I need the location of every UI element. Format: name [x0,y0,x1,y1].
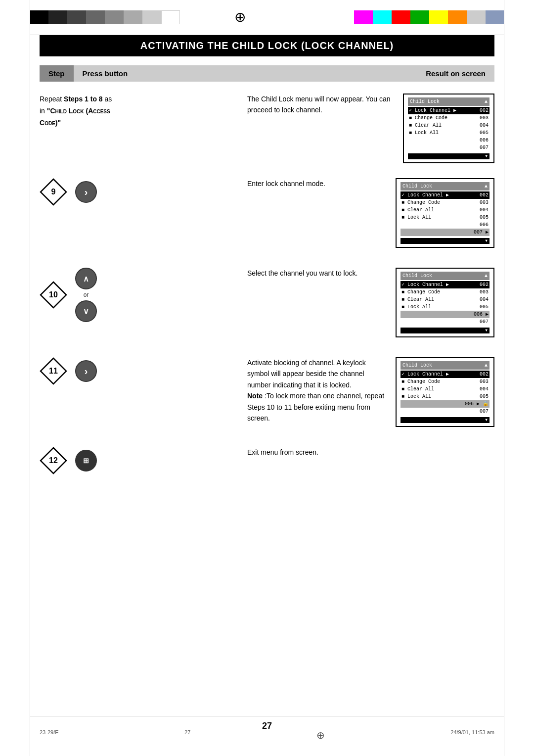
step-12-button[interactable]: ⊞ [75,450,97,472]
step-12-left: 12 ⊞ [40,447,247,474]
right-border-line [504,0,504,756]
step-10-row: 10 ∧ or ∨ Select the channel you want to… [40,268,494,337]
step-10-diamond: 10 [40,281,67,309]
swatch-dark3 [86,10,105,24]
menu-bottom-intro: ▼ [408,153,490,159]
step-9-screen: Child Lock▲ ✓ Lock Channel ▶002 ■ Change… [396,178,494,248]
footer-info: 23-29/E 27 ⊕ 24/9/01, 11:53 am [40,729,494,741]
step-11-row-lockall: ■ Lock All005 [400,393,490,400]
step-11-row: 11 › Activate blocking of channel. A key… [40,357,494,427]
header-result-on-screen: Result on screen [417,65,494,82]
step-11-button[interactable]: › [75,360,97,382]
step-9-row-clear: ■ Clear All004 [400,206,490,214]
step-10-row-006: 006 ▶ [400,311,490,318]
swatch-gray2 [124,10,142,24]
step-10-up-button[interactable]: ∧ [75,268,97,289]
step-9-button[interactable]: › [75,181,97,203]
intro-description: The Child Lock menu will now appear. You… [247,94,403,116]
step-11-row-clear: ■ Clear All004 [400,385,490,393]
step-9-diamond: 9 [40,178,67,206]
step-10-or-label: or [84,291,89,298]
step-11-row-change: ■ Change Code003 [400,378,490,385]
header-row: Step Press button Result on screen [40,65,494,82]
header-step: Step [40,65,74,82]
page-title: Activating the Child Lock (Lock Channel) [40,35,494,56]
step-10-row-lockall: ■ Lock All005 [400,303,490,311]
step-10-row-change: ■ Change Code003 [400,288,490,296]
step-9-row-006: 006 [400,221,490,229]
intro-screen: Child Lock▲ ✓ Lock Channel ▶002 ■ Change… [403,94,494,163]
swatch-gray1 [105,10,124,24]
step-10-tv: Child Lock▲ ✓ Lock Channel ▶002 ■ Change… [396,268,494,337]
intro-left-text: Repeat Steps 1 to 8 as in "Child Lock (A… [40,94,247,129]
step-10-bottom: ▼ [400,328,490,333]
intro-bold1: Steps 1 to 8 [64,95,103,103]
menu-row-007: 007 [408,144,490,151]
step-11-tv: Child Lock▲ ✓ Lock Channel ▶002 ■ Change… [396,357,494,427]
step-10-row-lock: ✓ Lock Channel ▶002 [400,281,490,288]
swatch-blue [486,10,504,24]
step-9-row-007: 007 ▶ [400,229,490,236]
top-border-line [30,35,504,35]
step-9-row-change: ■ Change Code003 [400,199,490,206]
swatch-yellow [429,10,448,24]
swatch-white [161,10,180,24]
menu-row-lock-channel: ✓ Lock Channel ▶002 [408,107,490,114]
step-11-row-007: 007 [400,408,490,415]
footer-right: 24/9/01, 11:53 am [450,729,494,741]
step-9-tv: Child Lock▲ ✓ Lock Channel ▶002 ■ Change… [396,178,494,248]
main-content: Activating the Child Lock (Lock Channel)… [0,35,534,474]
swatch-green [410,10,429,24]
step-11-diamond: 11 [40,357,67,385]
step-10-left: 10 ∧ or ∨ [40,268,247,322]
step-10-menu-title: Child Lock▲ [400,272,490,280]
step-11-left: 11 › [40,357,247,385]
step-11-description: Activate blocking of channel. A keylock … [247,357,396,424]
step-10-row-clear: ■ Clear All004 [400,296,490,303]
swatch-dark2 [67,10,86,24]
swatch-dark1 [48,10,67,24]
step-10-down-button[interactable]: ∨ [75,300,97,322]
swatch-red [392,10,410,24]
step-12-row: 12 ⊞ Exit menu from screen. [40,447,494,474]
step-9-bottom: ▼ [400,238,490,244]
swatch-gray3 [142,10,161,24]
step-9-description: Enter lock channel mode. [247,178,396,189]
step-10-description: Select the channel you want to lock. [247,268,396,279]
step-12-diamond: 12 [40,447,67,474]
step-10-row-007: 007 [400,318,490,326]
header-press-button: Press button [74,65,137,82]
bottom-border-line [30,716,504,716]
swatch-black [30,10,48,24]
crosshair-top: ⊕ [234,9,246,25]
right-color-bar [354,10,504,24]
menu-row-clear-all: ■ Clear All004 [408,122,490,129]
step-12-num-area: 12 ⊞ [40,447,247,474]
footer-left: 23-29/E [40,729,59,741]
color-bars: ⊕ [0,0,534,25]
swatch-lightgray [467,10,486,24]
swatch-cyan [373,10,392,24]
step-10-buttons: ∧ or ∨ [75,268,97,322]
step-9-row: 9 › Enter lock channel mode. Child Lock▲… [40,178,494,248]
footer-center-num: 27 [184,729,190,741]
step-11-note-label: Note [247,392,263,400]
left-color-bar [30,10,180,24]
step-9-row-lockall: ■ Lock All005 [400,214,490,221]
step-9-left: 9 › [40,178,247,206]
step-10-screen: Child Lock▲ ✓ Lock Channel ▶002 ■ Change… [396,268,494,337]
menu-row-006: 006 [408,137,490,144]
step-11-row-lock: ✓ Lock Channel ▶002 [400,371,490,378]
step-11-num-area: 11 › [40,357,247,385]
left-border-line [30,0,30,756]
step-9-row-lock: ✓ Lock Channel ▶002 [400,191,490,199]
step-11-screen: Child Lock▲ ✓ Lock Channel ▶002 ■ Change… [396,357,494,427]
step-11-bottom: ▼ [400,417,490,423]
intro-bold2: "Child Lock (AccessCode)" [40,107,110,127]
footer-crosshair: ⊕ [316,729,325,741]
step-12-description: Exit menu from screen. [247,447,396,458]
menu-row-change-code: ■ Change Code003 [408,114,490,122]
intro-step: Repeat Steps 1 to 8 as in "Child Lock (A… [40,94,494,163]
step-11-row-006: 006 ▶ 🔒 [400,400,490,408]
menu-row-lock-all: ■ Lock All005 [408,129,490,137]
